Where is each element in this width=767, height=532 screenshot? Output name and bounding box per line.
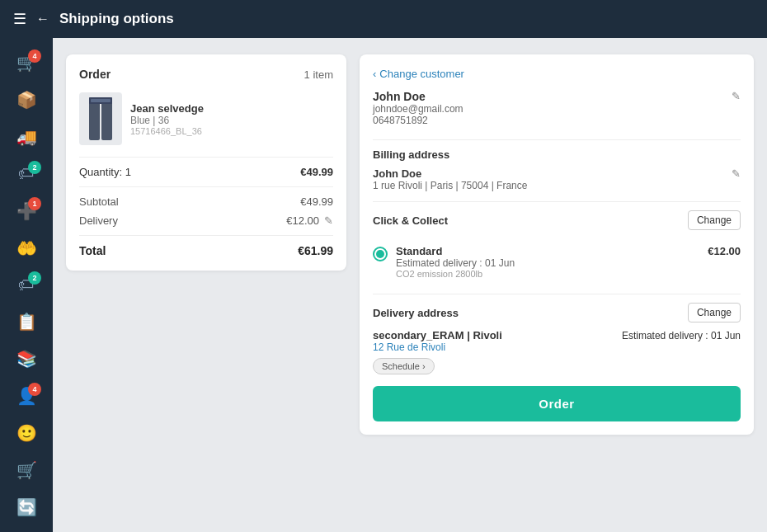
content-area: Order 1 item Jean selvedge Blue | 36 157…	[53, 38, 767, 532]
total-row: Total €61.99	[79, 235, 333, 257]
divider-1	[79, 157, 333, 158]
list-icon: 📋	[16, 312, 37, 332]
add-badge: 1	[28, 197, 41, 210]
click-collect-header: Click & Collect Change	[373, 210, 741, 230]
billing-row: John Doe 1 rue Rivoli | Paris | 75004 | …	[373, 167, 741, 191]
customer-info: John Doe johndoe@gmail.com 0648751892	[373, 90, 463, 126]
delivery-right: €12.00 ✎	[286, 214, 333, 227]
billing-info: John Doe 1 rue Rivoli | Paris | 75004 | …	[373, 167, 527, 191]
back-icon[interactable]: ←	[36, 12, 49, 26]
schedule-label: Schedule	[382, 361, 420, 371]
delivery-address-title: Delivery address	[373, 307, 459, 319]
customer-edit-icon[interactable]: ✎	[732, 90, 741, 102]
billing-title: Billing address	[373, 148, 449, 161]
delivery-option-price: €12.00	[708, 245, 741, 257]
delivery-value: €12.00	[286, 214, 319, 227]
change-customer-link[interactable]: ‹ Change customer	[373, 68, 741, 80]
customer-name: John Doe	[373, 90, 463, 103]
tags-badge: 2	[28, 271, 41, 285]
labels-badge: 2	[28, 161, 41, 174]
sidebar-item-catalog[interactable]: 📚	[8, 342, 45, 376]
change-customer-label: Change customer	[379, 68, 464, 80]
chevron-left-icon: ‹	[373, 68, 376, 80]
product-row: Jean selvedge Blue | 36 15716466_BL_36	[79, 92, 333, 145]
product-price: €49.99	[300, 166, 333, 178]
hamburger-icon[interactable]: ☰	[13, 10, 26, 28]
delivery-estimated: Estimated delivery : 01 Jun	[396, 257, 699, 269]
billing-section: Billing address	[373, 139, 741, 161]
orders-badge: 4	[28, 49, 41, 63]
order-header: Order 1 item	[79, 68, 333, 81]
click-collect-change-button[interactable]: Change	[688, 210, 741, 230]
customer-row: John Doe johndoe@gmail.com 0648751892 ✎	[373, 90, 741, 129]
page-title: Shipping options	[59, 11, 174, 27]
radio-inner	[376, 250, 384, 258]
total-value: €61.99	[298, 244, 333, 257]
products-icon: 📦	[16, 90, 37, 110]
delivery-label: Delivery	[79, 214, 118, 227]
sidebar-item-products[interactable]: 📦	[8, 83, 45, 117]
divider-2	[79, 186, 333, 187]
sidebar: 🛒 4 📦 🚚 🏷 2 ➕ 1 🤲 🏷 2 📋 📚	[0, 38, 53, 532]
product-name: Jean selvedge	[130, 102, 204, 115]
sidebar-item-cart[interactable]: 🛒	[8, 453, 45, 487]
handover-icon: 🤲	[16, 238, 37, 258]
sidebar-item-delivery[interactable]: 🚚	[8, 120, 45, 154]
delivery-option-name: Standard	[396, 245, 699, 257]
order-button[interactable]: Order	[373, 386, 741, 421]
subtotal-row: Subtotal €49.99	[79, 195, 333, 208]
billing-edit-icon[interactable]: ✎	[732, 167, 741, 180]
subtotal-value: €49.99	[300, 195, 333, 208]
sidebar-item-list[interactable]: 📋	[8, 305, 45, 339]
right-panel: ‹ Change customer John Doe johndoe@gmail…	[360, 54, 754, 435]
sidebar-item-labels[interactable]: 🏷 2	[8, 158, 45, 191]
main-layout: 🛒 4 📦 🚚 🏷 2 ➕ 1 🤲 🏷 2 📋 📚	[0, 38, 767, 532]
customers-badge: 4	[28, 383, 41, 396]
sidebar-item-handover[interactable]: 🤲	[8, 231, 45, 265]
product-variant: Blue | 36	[130, 115, 204, 126]
delivery-co2: CO2 emission 2800lb	[396, 269, 699, 279]
profile-icon: 🙂	[16, 423, 37, 443]
topbar: ☰ ← Shipping options	[0, 0, 767, 38]
delivery-address-change-button[interactable]: Change	[688, 303, 741, 322]
radio-selected[interactable]	[373, 247, 388, 261]
sidebar-item-orders[interactable]: 🛒 4	[8, 46, 45, 80]
cart-icon: 🛒	[16, 460, 37, 480]
delivery-address-header: Delivery address Change	[373, 294, 741, 322]
customer-email: johndoe@gmail.com	[373, 103, 463, 115]
addr-left: secondary_ERAM | Rivoli 12 Rue de Rivoli…	[373, 329, 502, 374]
catalog-icon: 📚	[16, 349, 37, 369]
billing-name: John Doe	[373, 167, 527, 180]
sidebar-item-add[interactable]: ➕ 1	[8, 194, 45, 228]
order-panel: Order 1 item Jean selvedge Blue | 36 157…	[66, 54, 346, 271]
product-info: Jean selvedge Blue | 36 15716466_BL_36	[130, 92, 204, 145]
sidebar-item-customers[interactable]: 👤 4	[8, 379, 45, 413]
billing-address: 1 rue Rivoli | Paris | 75004 | France	[373, 180, 527, 191]
order-label: Order	[79, 68, 111, 81]
sidebar-item-profile[interactable]: 🙂	[8, 416, 45, 450]
schedule-button[interactable]: Schedule ›	[373, 358, 435, 374]
store-address: 12 Rue de Rivoli	[373, 341, 502, 353]
sidebar-item-sync[interactable]: 🔄	[8, 490, 45, 524]
product-sku: 15716466_BL_36	[130, 126, 204, 136]
delivery-address-section: Delivery address Change secondary_ERAM |…	[373, 294, 741, 374]
qty-price-row: Quantity: 1 €49.99	[79, 166, 333, 178]
delivery-details: Standard Estimated delivery : 01 Jun CO2…	[396, 245, 699, 279]
store-name: secondary_ERAM | Rivoli	[373, 329, 502, 341]
order-item-count: 1 item	[304, 68, 333, 81]
delivery-icon: 🚚	[16, 127, 37, 147]
sidebar-item-tags[interactable]: 🏷 2	[8, 268, 45, 302]
svg-rect-3	[91, 99, 111, 102]
quantity-value: 1	[125, 166, 131, 178]
chevron-right-icon: ›	[422, 361, 426, 371]
subtotal-label: Subtotal	[79, 195, 119, 208]
customer-phone: 0648751892	[373, 115, 463, 126]
sync-icon: 🔄	[16, 497, 37, 517]
delivery-edit-icon[interactable]: ✎	[324, 214, 333, 227]
estimated-delivery-text: Estimated delivery : 01 Jun	[622, 329, 741, 343]
click-collect-title: Click & Collect	[373, 214, 448, 227]
delivery-option: Standard Estimated delivery : 01 Jun CO2…	[373, 238, 741, 285]
total-label: Total	[79, 244, 106, 257]
product-image	[79, 92, 122, 145]
quantity-label: Quantity: 1	[79, 166, 131, 178]
